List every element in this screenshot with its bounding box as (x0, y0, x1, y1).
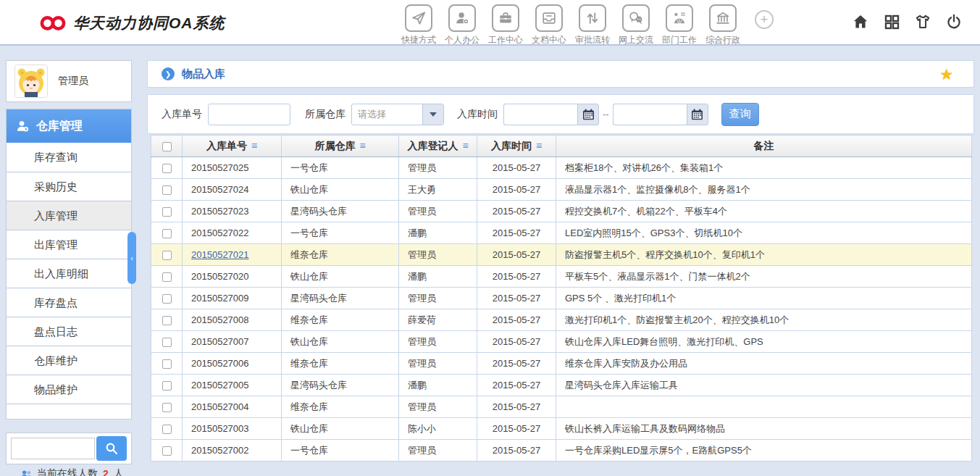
nav-item-department-work[interactable]: 部门工作 (658, 4, 701, 46)
sidebar-collapse-handle[interactable]: ‹ (127, 232, 136, 284)
cell-order-id: 20150527009 (183, 288, 282, 309)
home-icon[interactable] (852, 13, 869, 30)
nav-item-personal-office[interactable]: 个人办公 (440, 4, 484, 46)
person-plus-icon (16, 120, 30, 133)
cell-date: 2015-05-27 (477, 396, 556, 418)
sidebar-menu: 仓库管理 库存查询 采购历史 入库管理 出库管理 出入库明细 库存盘点 盘点日志… (6, 109, 132, 419)
cell-warehouse: 铁山仓库 (282, 266, 399, 288)
nav-item-label: 快捷方式 (401, 34, 436, 46)
row-checkbox[interactable] (162, 294, 172, 304)
row-checkbox[interactable] (162, 185, 172, 195)
cell-date: 2015-05-27 (477, 201, 556, 222)
row-checkbox[interactable] (162, 251, 172, 260)
row-checkbox[interactable] (162, 359, 172, 369)
row-checkbox[interactable] (162, 316, 172, 325)
sidebar-search-input[interactable] (11, 438, 95, 459)
sidebar-section-title: 仓库管理 (36, 119, 83, 134)
cell-remark: 星湾码头仓库入库运输工具 (556, 375, 972, 396)
cell-order-id: 20150527007 (183, 331, 282, 353)
online-users-label: 当前在线人数 (37, 467, 98, 476)
sidebar-item-stock-check[interactable]: 库存盘点 (7, 288, 131, 317)
cell-remark: LED室内照明15个、GPS3个、切纸机10个 (556, 222, 972, 244)
row-checkbox[interactable] (162, 164, 172, 173)
row-checkbox[interactable] (162, 425, 172, 434)
chevron-left-icon: ‹ (130, 254, 133, 262)
sort-icon[interactable]: ≡ (536, 140, 542, 151)
nav-item-online-chat[interactable]: 网上交流 (614, 4, 658, 46)
favorite-star-icon[interactable]: ★ (939, 66, 953, 83)
date-to-input[interactable] (613, 104, 687, 125)
table-row: 20150527020 铁山仓库 潘鹏 2015-05-27 平板车5个、液晶显… (151, 266, 972, 288)
cell-date: 2015-05-27 (477, 375, 556, 396)
sidebar-item-item-maint[interactable]: 物品维护 (7, 375, 131, 404)
cell-registrant: 管理员 (399, 157, 477, 179)
sidebar-item-outbound-mgmt[interactable]: 出库管理 (7, 230, 131, 259)
sort-icon[interactable]: ≡ (462, 140, 468, 151)
user-card: 管理员 (6, 60, 132, 102)
sidebar-item-check-log[interactable]: 盘点日志 (7, 317, 131, 346)
sidebar-search (6, 433, 132, 464)
query-button[interactable]: 查询 (721, 103, 759, 126)
row-checkbox[interactable] (162, 403, 172, 412)
menu-empty-row (7, 404, 131, 419)
sidebar-item-inout-detail[interactable]: 出入库明细 (7, 259, 131, 288)
col-header-order-id[interactable]: 入库单号≡ (183, 135, 282, 157)
nav-item-approval-flow[interactable]: 审批流转 (571, 4, 614, 46)
order-id-link[interactable]: 20150527021 (191, 249, 249, 260)
cell-registrant: 潘鹏 (399, 266, 477, 288)
cell-date: 2015-05-27 (477, 353, 556, 375)
col-header-registrant[interactable]: 入库登记人≡ (399, 135, 477, 157)
order-no-input[interactable] (208, 104, 290, 125)
cell-registrant: 管理员 (399, 331, 477, 353)
chevron-right-circle-icon: ❯ (162, 67, 175, 80)
nav-item-work-center[interactable]: 工作中心 (484, 4, 527, 46)
cell-warehouse: 维奈仓库 (282, 309, 399, 331)
cell-remark: 激光打印机1个、防盗报警主机20个、程控交换机10个 (556, 309, 972, 331)
apps-grid-icon[interactable] (883, 13, 900, 30)
nav-item-shortcuts[interactable]: 快捷方式 (397, 4, 440, 46)
cell-order-id: 20150527021 (183, 244, 282, 266)
row-checkbox[interactable] (162, 207, 172, 217)
cell-remark: 防盗报警主机5个、程序交换机10个、复印机1个 (556, 244, 972, 266)
nav-item-label: 工作中心 (488, 34, 523, 46)
sidebar-section-warehouse[interactable]: 仓库管理 (7, 109, 131, 143)
row-checkbox[interactable] (162, 338, 172, 347)
sidebar-item-warehouse-maint[interactable]: 仓库维护 (7, 346, 131, 375)
sidebar-item-inbound-mgmt[interactable]: 入库管理 (7, 201, 131, 230)
row-checkbox[interactable] (162, 446, 172, 456)
cell-date: 2015-05-27 (477, 331, 556, 353)
row-checkbox[interactable] (162, 272, 172, 282)
cell-order-id: 20150527022 (183, 222, 282, 244)
calendar-icon[interactable] (687, 104, 708, 125)
table-row: 20150527006 维奈仓库 管理员 2015-05-27 维奈仓库入库安防… (151, 353, 972, 375)
nav-item-document-center[interactable]: 文档中心 (527, 4, 571, 46)
dropdown-button[interactable] (422, 104, 443, 125)
select-all-checkbox[interactable] (162, 142, 172, 151)
cell-date: 2015-05-27 (477, 309, 556, 331)
magnifier-icon (105, 442, 118, 455)
cell-remark: 程控交换机7个、机箱22个、平板车4个 (556, 201, 972, 222)
col-header-warehouse[interactable]: 所属仓库≡ (282, 135, 399, 157)
oa-app-window: 华天动力协同OA系统 快捷方式 (0, 0, 980, 476)
sort-icon[interactable]: ≡ (359, 140, 365, 151)
sort-icon[interactable]: ≡ (251, 140, 257, 151)
sidebar-item-stock-query[interactable]: 库存查询 (7, 143, 131, 172)
row-checkbox[interactable] (162, 229, 172, 238)
nav-item-general-admin[interactable]: 综合行政 (701, 4, 745, 46)
calendar-icon[interactable] (577, 104, 599, 125)
cell-warehouse: 铁山仓库 (282, 418, 399, 440)
cell-registrant: 管理员 (399, 396, 477, 418)
add-shortcut-button[interactable]: + (755, 10, 774, 29)
sidebar-item-purchase-history[interactable]: 采购历史 (7, 172, 131, 201)
table-row: 20150527023 星湾码头仓库 管理员 2015-05-27 程控交换机7… (151, 201, 972, 222)
online-users-status: 当前在线人数 2 人 (20, 467, 124, 476)
power-icon[interactable] (945, 13, 963, 30)
sidebar-search-button[interactable] (96, 436, 127, 461)
row-checkbox[interactable] (162, 381, 172, 391)
warehouse-select[interactable]: 请选择 (351, 104, 444, 125)
col-header-date[interactable]: 入库时间≡ (477, 135, 556, 157)
date-from-input[interactable] (503, 104, 577, 125)
col-header-remark: 备注 (556, 135, 972, 157)
theme-shirt-icon[interactable] (914, 13, 931, 30)
cell-order-id: 20150527002 (183, 440, 282, 462)
